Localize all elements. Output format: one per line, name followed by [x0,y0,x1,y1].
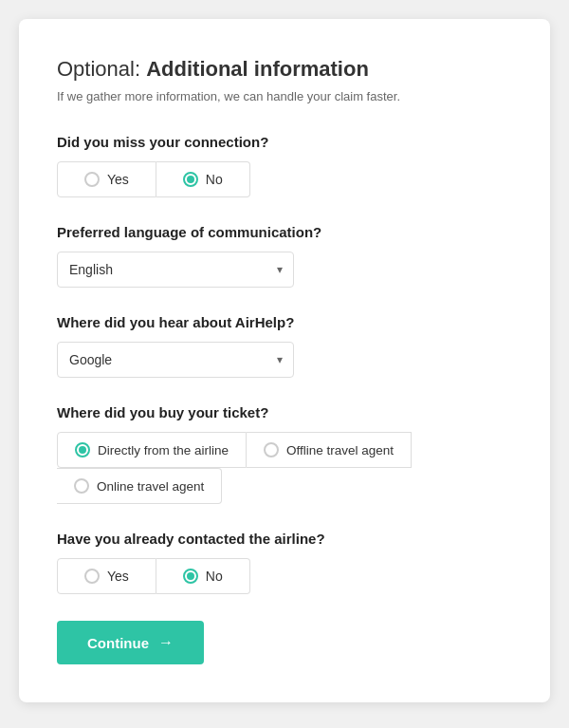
continue-label: Continue [87,635,149,651]
ticket-option-airline[interactable]: Directly from the airline [57,432,247,468]
language-question: Preferred language of communication? [57,224,512,240]
contacted-airline-radio-group: Yes No [57,558,512,594]
miss-connection-section: Did you miss your connection? Yes No [57,134,512,197]
miss-connection-radio-group: Yes No [57,161,512,197]
contacted-airline-question: Have you already contacted the airline? [57,531,512,547]
hear-about-question: Where did you hear about AirHelp? [57,314,512,330]
miss-connection-yes[interactable]: Yes [57,161,156,197]
miss-connection-no-label: No [206,172,223,187]
language-select-wrapper: English German French Spanish Italian Po… [57,252,294,288]
ticket-offline-label: Offline travel agent [286,443,394,457]
contacted-yes-circle [84,569,100,584]
ticket-online-circle [74,478,89,494]
ticket-options-group: Directly from the airline Offline travel… [57,432,512,504]
language-select[interactable]: English German French Spanish Italian Po… [57,252,294,288]
ticket-option-online[interactable]: Online travel agent [57,468,222,504]
language-section: Preferred language of communication? Eng… [57,224,512,288]
contacted-airline-section: Have you already contacted the airline? … [57,531,512,594]
hear-about-section: Where did you hear about AirHelp? Google… [57,314,512,378]
contacted-no[interactable]: No [156,558,250,594]
contacted-no-label: No [206,569,223,584]
page-title: Optional: Additional information [57,57,512,82]
ticket-source-section: Where did you buy your ticket? Directly … [57,404,512,504]
hear-about-select[interactable]: Google Facebook Friend TV Other [57,342,294,378]
contacted-yes-label: Yes [107,569,129,584]
miss-connection-no[interactable]: No [156,161,250,197]
ticket-online-label: Online travel agent [97,479,204,494]
hear-about-select-wrapper: Google Facebook Friend TV Other ▾ [57,342,294,378]
ticket-source-question: Where did you buy your ticket? [57,404,512,420]
miss-connection-yes-label: Yes [107,172,129,187]
contacted-yes[interactable]: Yes [57,558,156,594]
miss-connection-yes-circle [84,172,100,187]
miss-connection-question: Did you miss your connection? [57,134,512,150]
ticket-offline-circle [264,442,279,457]
ticket-option-offline[interactable]: Offline travel agent [247,432,412,468]
title-prefix: Optional: [57,57,146,81]
miss-connection-no-circle [183,172,198,187]
arrow-right-icon: → [158,634,174,651]
ticket-airline-label: Directly from the airline [98,443,229,457]
contacted-no-circle [183,569,198,584]
continue-button[interactable]: Continue → [57,621,204,664]
page-subtitle: If we gather more information, we can ha… [57,89,512,103]
main-card: Optional: Additional information If we g… [19,19,550,702]
title-bold: Additional information [146,57,369,81]
ticket-airline-circle [75,442,90,457]
